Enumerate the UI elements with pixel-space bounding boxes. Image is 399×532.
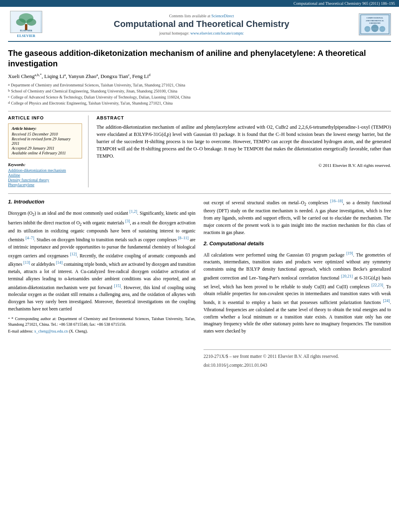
author-liqing: Liqing Li [44, 73, 64, 79]
article-title: The gaseous addition-diketonization mech… [8, 48, 391, 69]
ref-12[interactable]: [12] [70, 252, 77, 256]
keyword-3[interactable]: Density functional theory [8, 178, 82, 182]
affil-a: a Department of Chemistry and Environmen… [8, 82, 391, 88]
keyword-2[interactable]: Aniline [8, 173, 82, 177]
affil-b: b School of Chemistry and Chemical Engin… [8, 88, 391, 94]
abstract-text: The addition-diketonization mechanism of… [97, 123, 391, 160]
keywords-label: Keywords: [8, 162, 82, 167]
article-history-box: Article history: Received 15 December 20… [8, 123, 82, 158]
article-info-label: ARTICLE INFO [8, 115, 82, 120]
author-feng: Feng Li [132, 73, 149, 79]
article-info-abstract: ARTICLE INFO Article history: Received 1… [8, 111, 391, 187]
email-footnote: E-mail address: x_cheng@tsu.edu.cn (X. C… [8, 329, 195, 334]
sciencedirect-link[interactable]: ScienceDirect [211, 14, 234, 18]
ref-8-11[interactable]: [8–11] [178, 236, 189, 240]
ref-15[interactable]: [15] [114, 283, 121, 288]
author-xueli: Xueli Cheng [8, 73, 35, 79]
footnotes: * * Corresponding author at: Department … [8, 316, 195, 334]
comp-para-1: All calculations were performed using th… [204, 250, 391, 335]
svg-text:ELSEVIER: ELSEVIER [20, 29, 33, 32]
email-link[interactable]: x_cheng@tsu.edu.cn [34, 329, 68, 333]
copyright-line: © 2011 Elsevier B.V. All rights reserved… [97, 163, 391, 168]
elsevier-label: ELSEVIER [17, 34, 35, 38]
journal-cover-icon: COMPUTATIONAL AND THEORETICAL CHEMISTRY [360, 13, 390, 35]
elsevier-logo-area: ELSEVIER ELSEVIER [8, 11, 44, 38]
ref-1-2[interactable]: [1,2] [130, 209, 137, 214]
history-title: Article history: [12, 126, 78, 131]
history-received: Received 15 December 2010 [12, 132, 78, 136]
svg-text:CHEMISTRY: CHEMISTRY [369, 22, 381, 24]
abstract-column: ABSTRACT The addition-diketonization mec… [97, 115, 391, 187]
journal-citation: Computational and Theoretical Chemistry … [294, 1, 395, 6]
ref-16-18[interactable]: [16–18] [330, 199, 343, 203]
author-yanyun: Yanyun Zhao [68, 73, 97, 79]
doi-line: doi:10.1016/j.comptc.2011.01.043 [204, 362, 391, 369]
sciencedirect-notice: Contents lists available at ScienceDirec… [44, 14, 359, 18]
ref-14[interactable]: [14] [56, 260, 63, 265]
elsevier-logo-box: ELSEVIER [10, 11, 42, 33]
ref-3[interactable]: [3] [125, 219, 130, 223]
journal-topbar: Computational and Theoretical Chemistry … [0, 0, 399, 7]
main-content: The gaseous addition-diketonization mech… [8, 42, 391, 369]
ref-22-23[interactable]: [22,23] [371, 283, 383, 287]
body-col-left: 1. Introduction Dioxygen (O2) is an idea… [8, 198, 195, 369]
author-dongxu: Dongxu Tian [101, 73, 128, 79]
history-available: Available online 4 February 2011 [12, 151, 78, 155]
svg-text:AND THEORETICAL: AND THEORETICAL [366, 20, 384, 22]
journal-homepage: journal homepage: www.elsevier.com/locat… [44, 31, 359, 35]
article-info-column: ARTICLE INFO Article history: Received 1… [8, 115, 88, 187]
intro-para-2: out except of several structural studies… [204, 198, 391, 236]
ref-24[interactable]: [24] [383, 298, 390, 303]
authors-line: Xueli Chenga,b,*, Liqing Lia, Yanyun Zha… [8, 73, 391, 80]
issn-line: 2210-271X/$ – see front matter © 2011 El… [204, 353, 391, 360]
computational-heading: 2. Computational details [204, 240, 391, 248]
introduction-heading: 1. Introduction [8, 198, 195, 206]
elsevier-tree-icon: ELSEVIER [12, 12, 40, 32]
svg-point-12 [371, 25, 379, 32]
section-divider [8, 193, 391, 194]
body-col-right: out except of several structural studies… [204, 198, 391, 369]
journal-header: ELSEVIER ELSEVIER Contents lists availab… [8, 7, 391, 42]
ref-19[interactable]: [19] [346, 251, 353, 255]
journal-title: Computational and Theoretical Chemistry [44, 19, 359, 29]
ref-4-7[interactable]: [4–7] [25, 236, 34, 240]
journal-header-center: Contents lists available at ScienceDirec… [44, 14, 359, 35]
affiliations: a Department of Chemistry and Environmen… [8, 82, 391, 106]
intro-para-1: Dioxygen (O2) is an ideal and the most c… [8, 208, 195, 312]
svg-text:COMPUTATIONAL: COMPUTATIONAL [366, 17, 383, 19]
keyword-4[interactable]: Phenylacetylene [8, 183, 82, 187]
history-accepted: Accepted 29 January 2011 [12, 146, 78, 150]
journal-url[interactable]: www.elsevier.com/locate/comptc [190, 31, 244, 35]
history-revised: Received in revised form 29 January 2011 [12, 137, 78, 146]
corresponding-footnote: * * Corresponding author at: Department … [8, 316, 195, 327]
footer-divider [204, 349, 391, 350]
journal-cover-image: COMPUTATIONAL AND THEORETICAL CHEMISTRY [359, 13, 391, 35]
svg-point-3 [27, 18, 36, 26]
journal-cover-area: COMPUTATIONAL AND THEORETICAL CHEMISTRY [359, 13, 391, 35]
keyword-1[interactable]: Addition-diketonization mechanism [8, 168, 82, 173]
svg-point-2 [16, 18, 26, 26]
abstract-label: ABSTRACT [97, 115, 391, 120]
affil-c: c College of Advanced Science & Technolo… [8, 94, 391, 100]
affil-d: d College of Physics and Electronic Engi… [8, 100, 391, 106]
body-content: 1. Introduction Dioxygen (O2) is an idea… [8, 198, 391, 369]
ref-20-21[interactable]: [20,21] [341, 274, 353, 278]
ref-13[interactable]: [13] [23, 260, 30, 265]
